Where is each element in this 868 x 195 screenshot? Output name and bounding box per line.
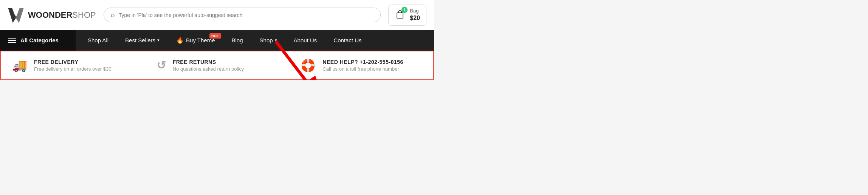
help-icon: 🛟 [301, 58, 316, 73]
hamburger-icon [8, 38, 16, 43]
page-wrapper: WOONDERSHOP ⌕ 1 Bag $20 [0, 0, 434, 80]
nav-item-best-sellers[interactable]: Best Sellers ▾ [117, 30, 168, 51]
svg-rect-3 [397, 13, 403, 18]
delivery-text: FREE DELIVERY Free delivery on all order… [34, 59, 112, 72]
cart-price: $20 [410, 14, 420, 22]
info-item-delivery: 🚚 FREE DELIVERY Free delivery on all ord… [1, 51, 145, 79]
nav-item-shop[interactable]: Shop ▾ [251, 30, 285, 51]
nav-label-best-sellers: Best Sellers [125, 37, 155, 43]
logo-text: WOONDERSHOP [28, 10, 96, 20]
nav-item-about-us[interactable]: About Us [285, 30, 326, 51]
nav-label-blog: Blog [232, 37, 243, 43]
nav-items: Shop All Best Sellers ▾ 🔥 Buy Theme HOT … [76, 30, 434, 51]
flame-icon: 🔥 [176, 37, 184, 44]
returns-subtitle: No questions asked return policy [173, 66, 244, 72]
info-bar: 🚚 FREE DELIVERY Free delivery on all ord… [0, 51, 434, 80]
info-item-help: 🛟 NEED HELP? +1-202-555-0156 Call us on … [289, 51, 433, 79]
delivery-subtitle: Free delivery on all orders over $30 [34, 66, 112, 72]
search-icon: ⌕ [111, 11, 115, 19]
all-categories-label: All Categories [20, 37, 59, 43]
help-subtitle: Call us on a toll free phone number [322, 66, 403, 72]
delivery-icon: 🚚 [12, 58, 27, 73]
nav-item-buy-theme[interactable]: 🔥 Buy Theme HOT [168, 30, 223, 51]
cart-label: Bag [410, 8, 420, 14]
hot-badge: HOT [209, 33, 221, 39]
help-title: NEED HELP? +1-202-555-0156 [322, 59, 403, 65]
returns-text: FREE RETURNS No questions asked return p… [173, 59, 244, 72]
all-categories-button[interactable]: All Categories [0, 30, 76, 51]
returns-title: FREE RETURNS [173, 59, 244, 65]
cart-icon-wrap: 1 [395, 9, 405, 21]
nav-item-contact-us[interactable]: Contact Us [325, 30, 370, 51]
nav-label-shop: Shop [260, 37, 273, 43]
cart-button[interactable]: 1 Bag $20 [388, 5, 426, 26]
info-item-returns: ↺ FREE RETURNS No questions asked return… [145, 51, 289, 79]
returns-icon: ↺ [157, 59, 166, 72]
logo-icon [8, 7, 24, 23]
help-text: NEED HELP? +1-202-555-0156 Call us on a … [322, 59, 403, 72]
nav-item-blog[interactable]: Blog [223, 30, 251, 51]
chevron-down-icon-2: ▾ [275, 38, 277, 43]
cart-text: Bag $20 [410, 8, 420, 22]
cart-badge: 1 [401, 7, 408, 13]
nav-label-shop-all: Shop All [88, 37, 108, 43]
delivery-title: FREE DELIVERY [34, 59, 112, 65]
nav-label-contact-us: Contact Us [333, 37, 361, 43]
nav-item-shop-all[interactable]: Shop All [79, 30, 117, 51]
navbar: All Categories Shop All Best Sellers ▾ 🔥… [0, 30, 434, 51]
nav-label-about-us: About Us [294, 37, 317, 43]
search-bar[interactable]: ⌕ [104, 8, 381, 22]
search-input[interactable] [119, 12, 374, 18]
header: WOONDERSHOP ⌕ 1 Bag $20 [0, 0, 434, 30]
chevron-down-icon: ▾ [157, 38, 160, 43]
logo-area: WOONDERSHOP [8, 7, 96, 23]
